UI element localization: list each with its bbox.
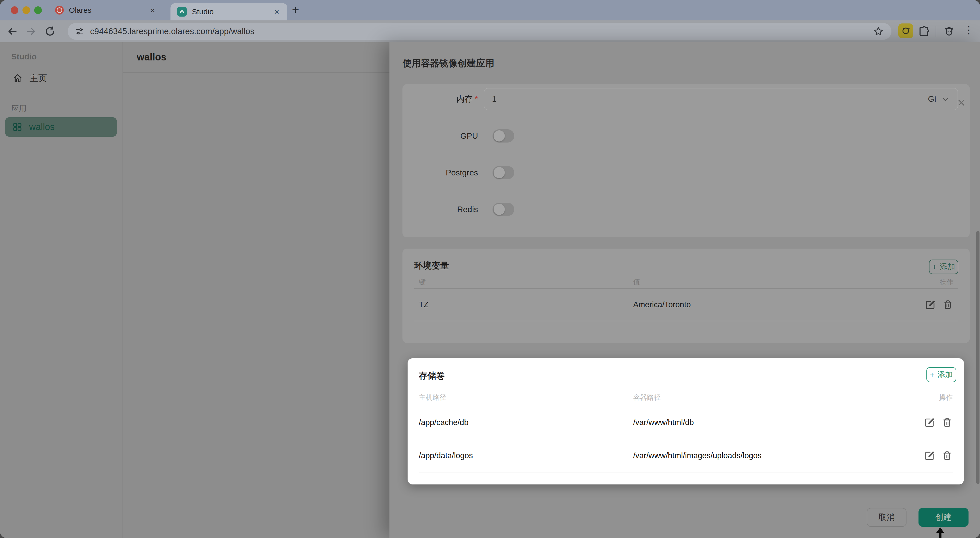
app-grid-icon xyxy=(12,122,22,132)
host-path: /app/cache/db xyxy=(419,418,633,427)
sidebar-item-home[interactable]: 主页 xyxy=(5,70,117,86)
col-host-path: 主机路径 xyxy=(419,393,633,402)
sidebar-item-label: 主页 xyxy=(30,72,47,84)
reload-icon[interactable] xyxy=(43,25,57,38)
memory-input[interactable]: Gi xyxy=(484,88,958,110)
profile-avatar-icon[interactable] xyxy=(943,25,956,38)
col-ops: 操作 xyxy=(917,393,953,402)
sidebar: Studio 主页 应用 wallos xyxy=(0,42,123,538)
delete-icon[interactable] xyxy=(942,299,953,310)
container-path: /var/www/html/images/uploads/logos xyxy=(633,451,917,460)
address-bar[interactable]: c9446345.laresprime.olares.com/app/wallo… xyxy=(68,23,891,40)
volumes-card: 存储卷 + 添加 主机路径 容器路径 操作 /app/cache/db /var… xyxy=(407,358,964,484)
env-table-header: 键 值 操作 xyxy=(414,276,958,289)
edit-icon[interactable] xyxy=(924,450,935,461)
tab-label: Olares xyxy=(69,6,143,14)
delete-icon[interactable] xyxy=(942,450,953,461)
volume-add-button[interactable]: + 添加 xyxy=(926,367,956,382)
col-ops: 操作 xyxy=(917,278,953,287)
env-table-row: TZ America/Toronto xyxy=(414,289,958,321)
page-title: wallos xyxy=(137,52,166,63)
browser-menu-icon[interactable]: ⋮ xyxy=(964,24,974,36)
tab-close-icon[interactable]: × xyxy=(148,5,157,15)
postgres-label: Postgres xyxy=(414,168,478,178)
plus-icon: + xyxy=(932,263,937,271)
resources-card: 内存* Gi GPU Postgres xyxy=(402,84,970,237)
env-table: 键 值 操作 TZ America/Toronto xyxy=(414,276,958,321)
memory-value-field[interactable] xyxy=(492,94,928,104)
new-tab-button[interactable]: + xyxy=(292,3,299,16)
redis-toggle[interactable] xyxy=(493,203,514,216)
tab-close-icon[interactable]: × xyxy=(272,7,281,17)
extensions-puzzle-icon[interactable] xyxy=(918,25,930,37)
toggle-knob xyxy=(493,167,505,178)
toggle-knob xyxy=(493,130,505,141)
dialog-scrollbar[interactable] xyxy=(976,231,980,484)
browser-toolbar: c9446345.laresprime.olares.com/app/wallo… xyxy=(0,21,980,42)
dialog-title: 使用容器镜像创建应用 xyxy=(402,57,494,70)
volume-row: /app/cache/db /var/www/html/db xyxy=(419,406,953,439)
sidebar-section-apps: 应用 xyxy=(11,103,117,114)
olares-favicon-icon xyxy=(55,6,64,14)
traffic-light-close[interactable] xyxy=(11,6,18,14)
env-key: TZ xyxy=(419,300,633,309)
volumes-title: 存储卷 xyxy=(419,358,953,382)
col-container-path: 容器路径 xyxy=(633,393,917,402)
gpu-label: GPU xyxy=(414,131,478,141)
postgres-toggle[interactable] xyxy=(493,166,514,179)
volume-row: /app/data/logos /var/www/html/images/upl… xyxy=(419,439,953,473)
browser-window: Olares × Studio × + c9446345.laresprime.… xyxy=(0,0,980,538)
volumes-table-header: 主机路径 容器路径 操作 xyxy=(419,389,953,406)
env-value: America/Toronto xyxy=(633,300,917,309)
sidebar-app-title: Studio xyxy=(11,52,117,62)
redis-row: Redis xyxy=(414,203,958,216)
container-path: /var/www/html/db xyxy=(633,418,917,427)
host-path: /app/data/logos xyxy=(419,451,633,460)
site-settings-icon[interactable] xyxy=(74,26,84,37)
gpu-toggle[interactable] xyxy=(493,129,514,143)
tab-studio[interactable]: Studio × xyxy=(170,3,287,21)
memory-label: 内存* xyxy=(414,94,478,105)
env-vars-title: 环境变量 xyxy=(414,249,958,271)
volumes-table: 主机路径 容器路径 操作 /app/cache/db /var/www/html… xyxy=(419,389,953,473)
bookmark-star-icon[interactable] xyxy=(873,26,884,37)
memory-row: 内存* Gi xyxy=(414,88,958,110)
gpu-row: GPU xyxy=(414,129,958,143)
sidebar-item-wallos[interactable]: wallos xyxy=(5,117,117,136)
traffic-light-zoom[interactable] xyxy=(34,6,42,14)
create-button[interactable]: 创建 xyxy=(918,508,969,527)
page-content: Studio 主页 应用 wallos wallos 使 xyxy=(0,42,980,538)
plus-icon: + xyxy=(930,370,935,379)
cancel-button[interactable]: 取消 xyxy=(867,508,907,527)
env-vars-card: 环境变量 + 添加 键 值 操作 TZ America/Toronto xyxy=(402,249,970,343)
postgres-row: Postgres xyxy=(414,166,958,179)
studio-favicon-icon xyxy=(177,7,187,17)
edit-icon[interactable] xyxy=(924,299,936,310)
delete-icon[interactable] xyxy=(942,417,953,428)
traffic-light-minimize[interactable] xyxy=(22,6,30,14)
required-asterisk: * xyxy=(475,94,478,103)
url-text[interactable]: c9446345.laresprime.olares.com/app/wallo… xyxy=(90,27,873,36)
mouse-cursor-icon xyxy=(935,527,946,538)
env-add-button[interactable]: + 添加 xyxy=(929,260,958,274)
dialog-footer: 取消 创建 xyxy=(867,508,969,527)
col-key: 键 xyxy=(419,278,633,287)
create-app-dialog: 使用容器镜像创建应用 × 内存* Gi xyxy=(390,42,980,538)
sidebar-app-label: wallos xyxy=(29,122,55,132)
forward-icon[interactable] xyxy=(24,25,38,38)
col-value: 值 xyxy=(633,278,917,287)
dialog-close-icon[interactable]: × xyxy=(958,96,965,109)
tab-label: Studio xyxy=(192,7,267,16)
home-icon xyxy=(12,73,23,84)
toggle-knob xyxy=(493,204,505,215)
chevron-down-icon[interactable] xyxy=(941,95,950,104)
dialog-header: 使用容器镜像创建应用 xyxy=(390,42,980,84)
tab-olares[interactable]: Olares × xyxy=(48,0,163,21)
tab-strip: Olares × Studio × + xyxy=(0,0,980,21)
back-icon[interactable] xyxy=(6,25,19,38)
edit-icon[interactable] xyxy=(924,417,935,428)
toolbar-separator xyxy=(935,26,936,37)
extension-badge-icon[interactable] xyxy=(898,24,913,38)
redis-label: Redis xyxy=(414,205,478,214)
memory-unit-select[interactable]: Gi xyxy=(928,94,936,104)
